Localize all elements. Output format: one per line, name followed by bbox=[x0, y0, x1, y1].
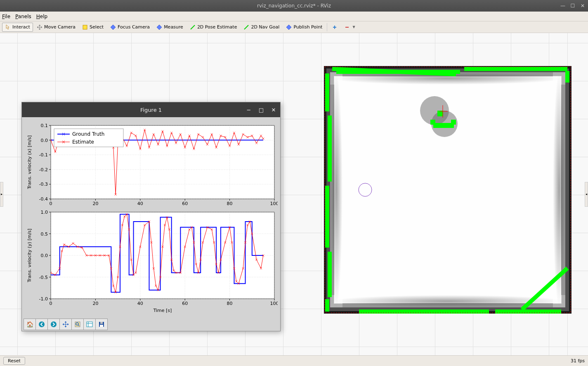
svg-point-120 bbox=[51, 321, 57, 327]
figure-toolbar: 🏠 bbox=[22, 318, 280, 331]
svg-line-5 bbox=[244, 25, 248, 29]
forward-icon bbox=[50, 321, 57, 328]
configure-button[interactable] bbox=[83, 319, 96, 330]
svg-text:0.5: 0.5 bbox=[41, 231, 48, 237]
svg-text:40: 40 bbox=[137, 301, 143, 306]
svg-text:0.1: 0.1 bbox=[41, 123, 48, 128]
statusbar: Reset 31 fps bbox=[0, 355, 588, 366]
back-button[interactable] bbox=[35, 319, 48, 330]
focus-camera-button[interactable]: Focus Camera bbox=[107, 23, 153, 32]
save-button[interactable] bbox=[95, 319, 108, 330]
figure-minimize-icon[interactable]: − bbox=[246, 107, 252, 113]
svg-text:Time [s]: Time [s] bbox=[153, 308, 172, 313]
measure-button[interactable]: Measure bbox=[153, 23, 186, 32]
figure-title: Figure 1 bbox=[140, 107, 162, 113]
toolbar-separator bbox=[327, 23, 327, 31]
menu-panels[interactable]: Panels bbox=[15, 14, 31, 19]
svg-text:100: 100 bbox=[270, 301, 278, 306]
move-camera-button[interactable]: Move Camera bbox=[34, 23, 78, 32]
fps-label: 31 fps bbox=[571, 358, 585, 364]
menu-file[interactable]: File bbox=[2, 14, 10, 19]
left-panel-expand[interactable]: ▸ bbox=[0, 182, 3, 207]
add-tool-button[interactable] bbox=[329, 23, 340, 32]
figure-canvas: 020406080100-0.4-0.3-0.2-0.10.00.1Trans.… bbox=[22, 117, 280, 318]
svg-text:60: 60 bbox=[182, 301, 188, 306]
svg-text:-0.5: -0.5 bbox=[39, 275, 48, 280]
pose-estimate-icon bbox=[190, 24, 196, 30]
svg-marker-1 bbox=[111, 25, 116, 30]
toolbar: Interact Move Camera Select Focus Camera… bbox=[0, 21, 588, 33]
svg-text:20: 20 bbox=[92, 301, 98, 306]
svg-text:1.0: 1.0 bbox=[41, 210, 48, 215]
svg-text:0: 0 bbox=[50, 201, 52, 206]
menu-help[interactable]: Help bbox=[36, 14, 47, 19]
svg-rect-124 bbox=[87, 322, 92, 327]
plus-icon bbox=[332, 24, 338, 30]
svg-text:0.0: 0.0 bbox=[41, 138, 48, 143]
window-title: rviz_navigation_cc.rviz* - RViz bbox=[257, 3, 331, 9]
svg-marker-2 bbox=[157, 25, 162, 30]
svg-text:0: 0 bbox=[50, 301, 52, 306]
move-camera-icon bbox=[37, 24, 43, 30]
svg-text:80: 80 bbox=[227, 201, 233, 206]
svg-marker-7 bbox=[286, 25, 291, 30]
dropdown-arrow-icon: ▼ bbox=[352, 25, 355, 29]
window-titlebar: rviz_navigation_cc.rviz* - RViz — ☐ ✕ bbox=[0, 0, 588, 12]
svg-rect-128 bbox=[100, 322, 103, 324]
svg-rect-31 bbox=[430, 120, 435, 125]
right-panel-expand[interactable]: ◂ bbox=[585, 182, 588, 207]
nav-goal-button[interactable]: 2D Nav Goal bbox=[241, 23, 282, 32]
chart-velocity-y: 020406080100-1.0-0.50.00.51.0Trans. velo… bbox=[24, 208, 278, 314]
svg-text:-0.3: -0.3 bbox=[39, 182, 48, 187]
svg-text:Trans. velocity (x) [m/s]: Trans. velocity (x) [m/s] bbox=[27, 135, 32, 189]
svg-text:40: 40 bbox=[137, 201, 143, 206]
pose-estimate-button[interactable]: 2D Pose Estimate bbox=[187, 23, 240, 32]
select-button[interactable]: Select bbox=[79, 23, 106, 32]
maximize-icon[interactable]: ☐ bbox=[569, 2, 576, 9]
svg-text:0.0: 0.0 bbox=[41, 253, 48, 258]
svg-text:Trans. velocity (y) [m/s]: Trans. velocity (y) [m/s] bbox=[27, 229, 32, 283]
interact-button[interactable]: Interact bbox=[2, 23, 33, 32]
svg-text:60: 60 bbox=[182, 201, 188, 206]
nav-goal-icon bbox=[243, 24, 249, 30]
svg-rect-30 bbox=[433, 123, 454, 128]
figure-maximize-icon[interactable]: □ bbox=[258, 107, 264, 113]
svg-point-119 bbox=[39, 321, 45, 327]
focus-camera-icon bbox=[110, 24, 116, 30]
back-icon bbox=[38, 321, 45, 328]
figure-titlebar[interactable]: Figure 1 − □ ✕ bbox=[22, 102, 280, 117]
select-icon bbox=[82, 24, 88, 30]
svg-text:100: 100 bbox=[270, 201, 278, 206]
home-icon: 🏠 bbox=[26, 321, 33, 328]
chart-velocity-x: 020406080100-0.4-0.3-0.2-0.10.00.1Trans.… bbox=[24, 121, 278, 208]
figure-close-icon[interactable]: ✕ bbox=[270, 107, 277, 113]
pan-icon bbox=[62, 321, 69, 328]
reset-button[interactable]: Reset bbox=[3, 357, 25, 365]
minimize-icon[interactable]: — bbox=[560, 2, 566, 9]
map-visualization bbox=[324, 66, 571, 314]
zoom-button[interactable] bbox=[71, 319, 84, 330]
interact-icon bbox=[5, 24, 11, 30]
svg-rect-129 bbox=[100, 325, 103, 327]
svg-text:80: 80 bbox=[227, 301, 233, 306]
svg-text:Ground Truth: Ground Truth bbox=[72, 131, 104, 137]
publish-point-button[interactable]: Publish Point bbox=[283, 23, 325, 32]
zoom-icon bbox=[74, 321, 81, 328]
pan-button[interactable] bbox=[59, 319, 72, 330]
configure-icon bbox=[86, 321, 93, 328]
viewport[interactable]: ▸ ◂ bbox=[0, 33, 588, 355]
svg-text:-0.4: -0.4 bbox=[39, 196, 48, 202]
svg-text:-1.0: -1.0 bbox=[39, 296, 48, 302]
svg-rect-32 bbox=[451, 120, 456, 125]
close-icon[interactable]: ✕ bbox=[579, 2, 586, 9]
remove-tool-button[interactable]: ▼ bbox=[341, 23, 358, 32]
svg-rect-0 bbox=[83, 25, 87, 29]
publish-point-icon bbox=[286, 24, 292, 30]
svg-text:-0.2: -0.2 bbox=[39, 167, 48, 172]
svg-text:20: 20 bbox=[92, 201, 98, 206]
forward-button[interactable] bbox=[47, 319, 60, 330]
svg-text:Estimate: Estimate bbox=[72, 139, 94, 145]
minus-icon bbox=[344, 24, 350, 30]
home-button[interactable]: 🏠 bbox=[24, 319, 36, 330]
svg-text:-0.1: -0.1 bbox=[39, 152, 48, 158]
